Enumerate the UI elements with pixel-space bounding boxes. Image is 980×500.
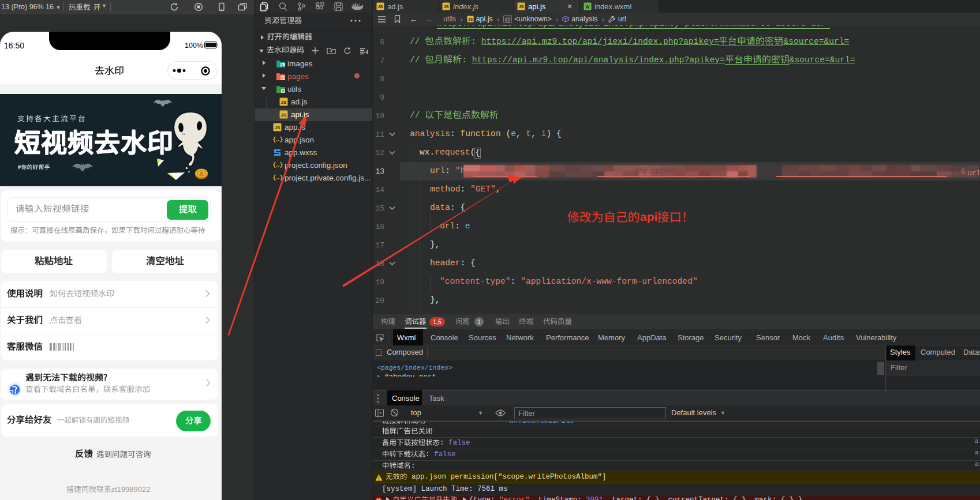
svg-text:JS: JS bbox=[468, 17, 473, 21]
svg-text:JS: JS bbox=[377, 4, 383, 9]
svg-text:$: $ bbox=[200, 170, 203, 176]
svg-text:JS: JS bbox=[518, 4, 523, 9]
svg-text:JS: JS bbox=[281, 100, 287, 105]
svg-text:JS: JS bbox=[443, 4, 448, 9]
svg-text:JS: JS bbox=[275, 125, 280, 130]
svg-text:JS: JS bbox=[281, 112, 287, 118]
